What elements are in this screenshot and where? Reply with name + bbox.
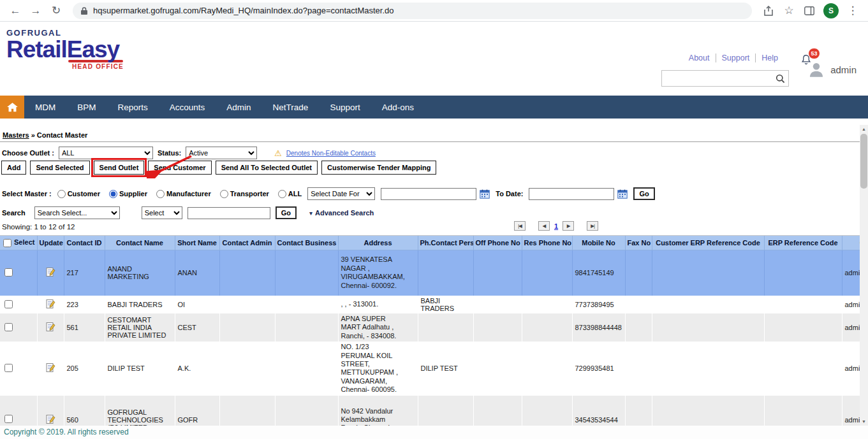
edit-contact-icon[interactable] xyxy=(46,414,55,426)
cell-mobile-no: 7737389495 xyxy=(572,296,625,313)
cell-update xyxy=(37,313,64,342)
next-page-button[interactable]: ▶ xyxy=(563,221,574,231)
edit-contact-icon[interactable] xyxy=(46,299,55,310)
cell-contact-name: CESTOMART RETAIL INDIA PRIVATE LIMITED xyxy=(105,313,175,342)
first-page-button[interactable]: |◀ xyxy=(514,221,526,231)
nav-item-nettrade[interactable]: NetTrade xyxy=(262,96,320,119)
table-row[interactable]: 217ANAND MARKETINGANAN39 VENKATESA NAGAR… xyxy=(0,250,860,296)
date-go-button[interactable]: Go xyxy=(633,187,654,200)
header-link-support[interactable]: Support xyxy=(716,54,756,62)
scrollbar-thumb[interactable] xyxy=(860,134,867,189)
side-panel-icon[interactable] xyxy=(800,2,818,20)
advanced-search-label: Advanced Search xyxy=(315,209,374,217)
url-text[interactable]: hqsupermarket.gofrugal.com/RayMedi_HQ/ma… xyxy=(93,6,394,15)
edit-contact-icon[interactable] xyxy=(46,267,55,278)
row-select-checkbox[interactable] xyxy=(4,364,13,372)
row-select-checkbox[interactable] xyxy=(4,323,13,331)
browser-back-icon[interactable]: ← xyxy=(6,2,24,20)
browser-menu-icon[interactable]: ⋮ xyxy=(844,2,862,20)
search-go-button[interactable]: Go xyxy=(276,206,297,219)
master-radio-all[interactable]: ALL xyxy=(278,190,302,198)
to-date-calendar-icon[interactable] xyxy=(617,189,628,199)
send-outlet-button[interactable]: Send Outlet xyxy=(94,161,145,175)
scroll-down-icon[interactable]: ▼ xyxy=(860,417,868,426)
username-text: admin xyxy=(830,64,857,75)
header-link-about[interactable]: About xyxy=(683,54,716,62)
table-row[interactable]: 223BABJI TRADERSOI, , - 313001.BABJI TRA… xyxy=(0,296,860,313)
status-select[interactable]: Active xyxy=(186,147,257,159)
nav-item-accounts[interactable]: Accounts xyxy=(159,96,216,119)
browser-profile-avatar[interactable]: S xyxy=(823,3,839,18)
search-field-select[interactable]: Search Select... xyxy=(34,206,120,219)
column-header-ph-contact-person: Ph.Contact Person xyxy=(418,236,473,250)
last-page-button[interactable]: ▶| xyxy=(587,221,598,231)
master-radio-manufacturer[interactable]: Manufacturer xyxy=(156,190,211,198)
header-link-help[interactable]: Help xyxy=(756,54,784,62)
select-date-for-select[interactable]: Select Date For xyxy=(307,187,375,200)
vertical-scrollbar[interactable]: ▲ ▼ xyxy=(860,125,868,426)
edit-contact-icon[interactable] xyxy=(46,322,55,333)
column-header-select: Select xyxy=(0,236,37,250)
nav-item-support[interactable]: Support xyxy=(319,96,371,119)
table-row[interactable]: 560GOFRUGAL TECHNOLOGIES (P0 LIMITEDGOFR… xyxy=(0,396,860,426)
browser-forward-icon[interactable]: → xyxy=(27,2,45,20)
nav-item-reports[interactable]: Reports xyxy=(107,96,159,119)
advanced-search-toggle[interactable]: ▾ Advanced Search xyxy=(309,209,374,217)
non-editable-contacts-note[interactable]: Denotes Non-Editable Contacts xyxy=(286,150,376,157)
cell-created-by: admi xyxy=(842,313,860,342)
row-select-checkbox[interactable] xyxy=(4,415,13,423)
page-number-link[interactable]: 1 xyxy=(552,222,561,230)
to-date-input[interactable] xyxy=(529,188,614,200)
cell-created-by: admi xyxy=(842,396,860,426)
nav-item-bpm[interactable]: BPM xyxy=(66,96,107,119)
browser-address-bar[interactable]: hqsupermarket.gofrugal.com/RayMedi_HQ/ma… xyxy=(73,3,752,19)
nav-item-mdm[interactable]: MDM xyxy=(24,96,66,119)
cell-mobile-no: 34543534544 xyxy=(572,396,625,426)
cell-off-phone-no xyxy=(473,313,522,342)
home-tab[interactable] xyxy=(0,96,24,119)
breadcrumb-masters-link[interactable]: Masters xyxy=(3,131,29,139)
send-customer-button[interactable]: Send Customer xyxy=(148,161,211,175)
from-date-calendar-icon[interactable] xyxy=(480,189,490,199)
cell-contact-name: ANAND MARKETING xyxy=(105,250,175,296)
search-operator-select[interactable]: Select xyxy=(142,206,182,219)
master-radio-customer[interactable]: Customer xyxy=(57,190,100,198)
bookmark-star-icon[interactable]: ☆ xyxy=(780,2,798,20)
edit-contact-icon[interactable] xyxy=(46,363,55,374)
choose-outlet-select[interactable]: ALL xyxy=(59,147,153,159)
scroll-up-icon[interactable]: ▲ xyxy=(860,125,868,133)
customerwise-tender-mapping-button[interactable]: Customerwise Tender Mapping xyxy=(321,161,436,175)
master-radio-transporter[interactable]: Transporter xyxy=(220,190,269,198)
search-value-input[interactable] xyxy=(188,207,270,219)
cell-mobile-no: 7299935481 xyxy=(572,342,625,395)
cell-created-by: admi xyxy=(842,296,860,313)
master-radio-label: Manufacturer xyxy=(166,190,211,198)
choose-outlet-label: Choose Outlet : xyxy=(2,149,54,157)
header-search-input[interactable] xyxy=(662,74,772,83)
nav-item-admin[interactable]: Admin xyxy=(216,96,261,119)
share-icon[interactable] xyxy=(760,2,777,20)
browser-reload-icon[interactable]: ↻ xyxy=(47,2,65,20)
prev-page-button[interactable]: ◀ xyxy=(538,221,550,231)
add-button[interactable]: Add xyxy=(1,161,26,175)
cell-res-phone-no xyxy=(522,313,572,342)
table-row[interactable]: 561CESTOMART RETAIL INDIA PRIVATE LIMITE… xyxy=(0,313,860,342)
cell-erp-reference-code xyxy=(764,313,842,342)
send-all-to-selected-outlet-button[interactable]: Send All To Selected Outlet xyxy=(216,161,318,175)
master-radio-supplier[interactable]: Supplier xyxy=(109,190,147,198)
nav-item-add-ons[interactable]: Add-ons xyxy=(371,96,425,119)
send-selected-button[interactable]: Send Selected xyxy=(30,161,89,175)
cell-customer-erp-reference-code xyxy=(652,313,764,342)
cell-contact-name: GOFRUGAL TECHNOLOGIES (P0 LIMITED xyxy=(105,396,175,426)
user-chip[interactable]: admin xyxy=(807,61,857,78)
cell-fax-no xyxy=(625,250,652,296)
table-row[interactable]: 205DILIP TESTA.K.NO. 1/23 PERUMAL KOIL S… xyxy=(0,342,860,395)
from-date-input[interactable] xyxy=(381,188,476,200)
to-date-label: To Date: xyxy=(496,190,523,198)
select-all-checkbox[interactable] xyxy=(3,239,11,247)
cell-contact-admin xyxy=(219,296,275,313)
row-select-checkbox[interactable] xyxy=(4,268,13,277)
search-icon[interactable] xyxy=(772,71,788,86)
master-radio-label: Customer xyxy=(68,190,100,198)
row-select-checkbox[interactable] xyxy=(4,300,13,308)
